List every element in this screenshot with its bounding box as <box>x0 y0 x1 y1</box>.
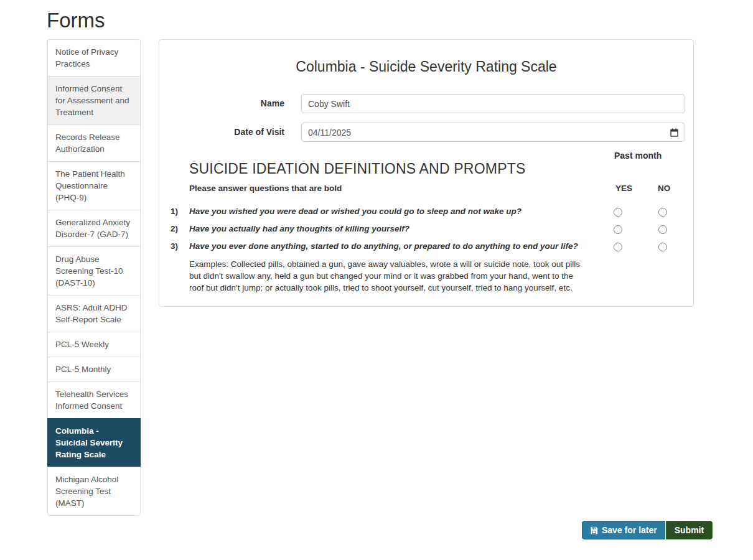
question-row-2: 2) Have you actually had any thoughts of… <box>171 224 606 233</box>
q1-no-radio[interactable] <box>658 208 667 217</box>
submit-button[interactable]: Submit <box>666 521 713 539</box>
name-input[interactable] <box>301 94 685 113</box>
save-icon <box>590 526 598 534</box>
q3-yes-radio[interactable] <box>614 243 622 251</box>
examples-text: Examples: Collected pills, obtained a gu… <box>189 259 589 294</box>
name-field-row: Name <box>159 94 693 113</box>
sidebar-item-informed-consent[interactable]: Informed Consent for Assessment and Trea… <box>47 76 141 124</box>
sidebar-item-privacy-practices[interactable]: Notice of Privacy Practices <box>47 39 141 76</box>
section-heading: SUICIDE IDEATION DEFINITIONS AND PROMPTS <box>189 161 525 177</box>
name-label: Name <box>159 94 284 113</box>
yes-column-header: YES <box>615 184 632 193</box>
question-number: 3) <box>171 241 189 251</box>
past-month-label: Past month <box>614 151 662 161</box>
form-panel: Columbia - Suicide Severity Rating Scale… <box>159 39 694 307</box>
question-number: 2) <box>171 224 189 233</box>
question-text: Have you ever done anything, started to … <box>189 241 578 251</box>
page-title: Forms <box>47 9 105 32</box>
q1-yes-radio[interactable] <box>614 208 622 217</box>
forms-sidebar: Notice of Privacy Practices Informed Con… <box>47 39 141 516</box>
sidebar-item-dast10[interactable]: Drug Abuse Screening Test-10 (DAST-10) <box>47 246 141 295</box>
question-text: Have you wished you were dead or wished … <box>189 207 521 216</box>
sidebar-item-records-release[interactable]: Records Release Authorization <box>47 124 141 161</box>
instruction-text: Please answer questions that are bold <box>189 184 342 193</box>
sidebar-item-columbia-cssrs[interactable]: Columbia - Suicidal Severity Rating Scal… <box>47 418 141 467</box>
q3-no-radio[interactable] <box>658 243 667 251</box>
date-field-row: Date of Visit <box>159 123 693 142</box>
sidebar-item-gad7[interactable]: Generalized Anxiety Disorder-7 (GAD-7) <box>47 210 141 246</box>
form-actions: Save for later Submit <box>582 521 713 539</box>
sidebar-item-asrs[interactable]: ASRS: Adult ADHD Self-Report Scale <box>47 295 141 332</box>
sidebar-item-phq9[interactable]: The Patient Health Questionnaire (PHQ-9) <box>47 161 141 210</box>
question-row-3: 3) Have you ever done anything, started … <box>171 241 606 251</box>
no-column-header: NO <box>658 184 670 193</box>
save-button-label: Save for later <box>602 525 657 535</box>
date-of-visit-input[interactable] <box>301 123 685 142</box>
sidebar-item-telehealth-consent[interactable]: Telehealth Services Informed Consent <box>47 381 141 418</box>
sidebar-item-mast[interactable]: Michigan Alcohol Screening Test (MAST) <box>47 467 141 516</box>
sidebar-item-pcl5-weekly[interactable]: PCL-5 Weekly <box>47 332 141 357</box>
question-text: Have you actually had any thoughts of ki… <box>189 224 409 233</box>
save-for-later-button[interactable]: Save for later <box>582 521 665 539</box>
question-row-1: 1) Have you wished you were dead or wish… <box>171 207 606 216</box>
submit-button-label: Submit <box>675 525 704 535</box>
form-title: Columbia - Suicide Severity Rating Scale <box>159 58 693 75</box>
question-number: 1) <box>171 207 189 216</box>
q2-no-radio[interactable] <box>658 225 667 234</box>
date-of-visit-label: Date of Visit <box>159 123 284 142</box>
sidebar-item-pcl5-monthly[interactable]: PCL-5 Monthly <box>47 357 141 381</box>
q2-yes-radio[interactable] <box>614 225 622 234</box>
